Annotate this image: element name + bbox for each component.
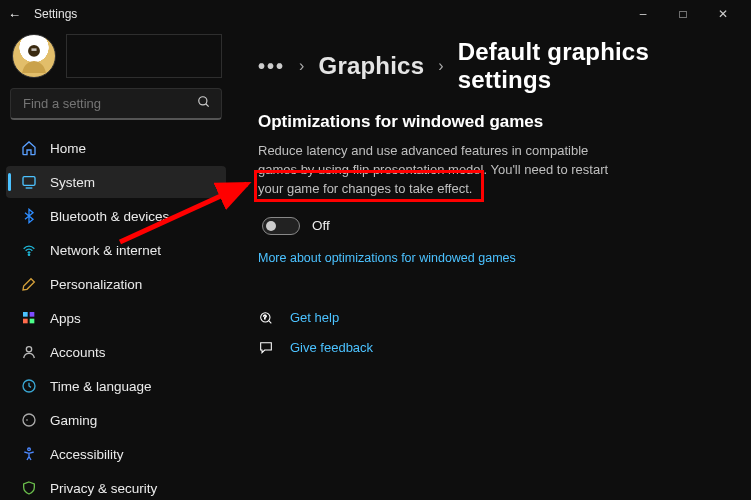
sidebar-item-home[interactable]: Home [6, 132, 226, 164]
window-title: Settings [34, 7, 77, 21]
globe-clock-icon [20, 377, 38, 395]
sidebar-item-label: System [50, 175, 95, 190]
sidebar-item-gaming[interactable]: Gaming [6, 404, 226, 436]
feedback-link[interactable]: Give feedback [258, 340, 727, 356]
svg-rect-7 [23, 312, 28, 317]
toggle-state-label: Off [312, 218, 330, 233]
svg-point-13 [23, 414, 35, 426]
sidebar-item-label: Gaming [50, 413, 97, 428]
sidebar-item-label: Network & internet [50, 243, 161, 258]
svg-point-14 [28, 448, 31, 451]
minimize-button[interactable]: – [623, 7, 663, 21]
svg-point-6 [28, 254, 29, 255]
search-input[interactable] [23, 96, 197, 111]
svg-point-11 [26, 347, 31, 352]
learn-more-link[interactable]: More about optimizations for windowed ga… [258, 251, 516, 265]
svg-point-2 [199, 97, 207, 105]
accessibility-icon [20, 445, 38, 463]
gaming-icon [20, 411, 38, 429]
svg-rect-4 [23, 177, 35, 186]
profile-name-box[interactable] [66, 34, 222, 78]
sidebar-item-network[interactable]: Network & internet [6, 234, 226, 266]
bluetooth-icon [20, 207, 38, 225]
sidebar-item-label: Home [50, 141, 86, 156]
svg-line-3 [206, 104, 209, 107]
chevron-right-icon: › [438, 57, 444, 75]
maximize-button[interactable]: □ [663, 7, 703, 21]
feedback-label: Give feedback [290, 340, 373, 355]
person-icon [20, 343, 38, 361]
get-help-label: Get help [290, 310, 339, 325]
sidebar-nav: Home System Bluetooth & devices Network … [6, 132, 226, 500]
breadcrumb: ••• › Graphics › Default graphics settin… [258, 38, 727, 94]
svg-text:?: ? [263, 314, 267, 320]
sidebar-item-apps[interactable]: Apps [6, 302, 226, 334]
section-description: Reduce latency and use advanced features… [258, 142, 618, 199]
sidebar-item-accessibility[interactable]: Accessibility [6, 438, 226, 470]
section-title: Optimizations for windowed games [258, 112, 727, 132]
svg-rect-1 [31, 48, 36, 51]
sidebar-item-label: Accessibility [50, 447, 124, 462]
svg-line-16 [269, 320, 272, 323]
feedback-icon [258, 340, 276, 356]
breadcrumb-graphics[interactable]: Graphics [319, 52, 425, 80]
sidebar-item-accounts[interactable]: Accounts [6, 336, 226, 368]
search-input-wrap[interactable] [10, 88, 222, 120]
sidebar-item-time[interactable]: Time & language [6, 370, 226, 402]
sidebar-item-label: Personalization [50, 277, 142, 292]
sidebar-item-label: Bluetooth & devices [50, 209, 169, 224]
shield-icon [20, 479, 38, 497]
apps-icon [20, 309, 38, 327]
svg-rect-10 [30, 319, 35, 324]
sidebar-item-label: Apps [50, 311, 81, 326]
page-title: Default graphics settings [458, 38, 727, 94]
chevron-right-icon: › [299, 57, 305, 75]
close-button[interactable]: ✕ [703, 7, 743, 21]
get-help-link[interactable]: ? Get help [258, 310, 727, 326]
brush-icon [20, 275, 38, 293]
sidebar-item-label: Accounts [50, 345, 106, 360]
svg-rect-8 [30, 312, 35, 317]
breadcrumb-ellipsis[interactable]: ••• [258, 55, 285, 78]
svg-rect-9 [23, 319, 28, 324]
sidebar-item-bluetooth[interactable]: Bluetooth & devices [6, 200, 226, 232]
help-icon: ? [258, 310, 276, 326]
search-icon [197, 95, 211, 112]
avatar[interactable] [12, 34, 56, 78]
back-button[interactable]: ← [8, 7, 28, 22]
sidebar-item-privacy[interactable]: Privacy & security [6, 472, 226, 500]
sidebar-item-label: Time & language [50, 379, 152, 394]
sidebar-item-label: Privacy & security [50, 481, 157, 496]
windowed-optimizations-toggle[interactable] [262, 217, 300, 235]
sidebar-item-system[interactable]: System [6, 166, 226, 198]
wifi-icon [20, 241, 38, 259]
svg-point-0 [28, 45, 40, 57]
sidebar-item-personalization[interactable]: Personalization [6, 268, 226, 300]
home-icon [20, 139, 38, 157]
system-icon [20, 173, 38, 191]
